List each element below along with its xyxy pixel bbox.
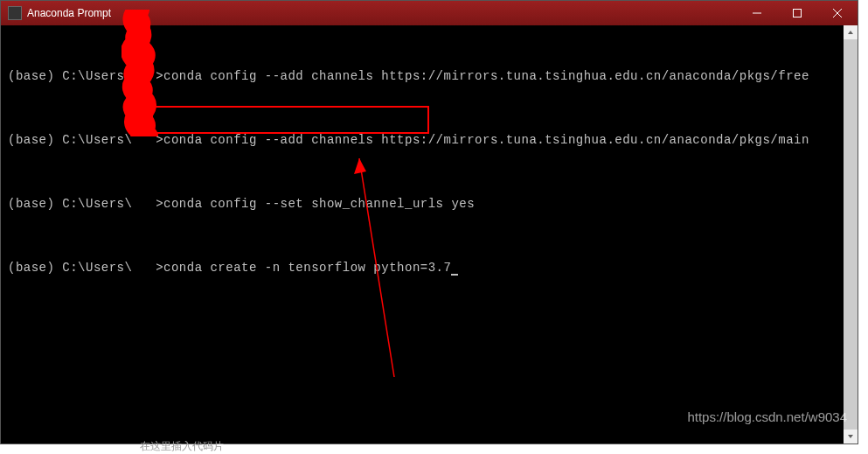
- terminal-window: Anaconda Prompt (base) C:\Users\ >conda …: [0, 0, 858, 444]
- command-text: conda config --add channels https://mirr…: [163, 133, 809, 147]
- prompt: (base) C:\Users\ >: [8, 133, 163, 147]
- command-text: conda create -n tensorflow python=3.7: [163, 261, 451, 275]
- maximize-button[interactable]: [777, 1, 817, 25]
- app-icon: [8, 6, 22, 20]
- prompt: (base) C:\Users\ >: [8, 197, 163, 211]
- prompt: (base) C:\Users\ >: [8, 69, 163, 83]
- close-button[interactable]: [817, 1, 858, 25]
- scroll-thumb[interactable]: [844, 25, 858, 444]
- cursor: [451, 274, 458, 276]
- scroll-up-button[interactable]: [844, 25, 858, 39]
- bottom-hint-text: 在这里插入代码片: [140, 439, 224, 454]
- svg-marker-4: [848, 31, 853, 34]
- terminal-line: (base) C:\Users\ >conda config --set sho…: [8, 195, 851, 213]
- scroll-down-button[interactable]: [844, 430, 858, 444]
- command-text: conda config --set show_channel_urls yes: [163, 197, 475, 211]
- scrollbar[interactable]: [844, 25, 858, 444]
- titlebar[interactable]: Anaconda Prompt: [1, 1, 858, 25]
- window-controls: [737, 1, 858, 25]
- svg-marker-5: [848, 435, 853, 438]
- terminal-line: (base) C:\Users\ >conda create -n tensor…: [8, 259, 851, 277]
- terminal-line: (base) C:\Users\ >conda config --add cha…: [8, 131, 851, 150]
- terminal-body[interactable]: (base) C:\Users\ >conda config --add cha…: [1, 25, 858, 444]
- terminal-line: (base) C:\Users\ >conda config --add cha…: [8, 67, 851, 86]
- svg-rect-1: [794, 10, 802, 17]
- minimize-button[interactable]: [737, 1, 777, 25]
- window-title: Anaconda Prompt: [27, 7, 737, 19]
- prompt: (base) C:\Users\ >: [8, 261, 163, 275]
- command-text: conda config --add channels https://mirr…: [163, 69, 809, 83]
